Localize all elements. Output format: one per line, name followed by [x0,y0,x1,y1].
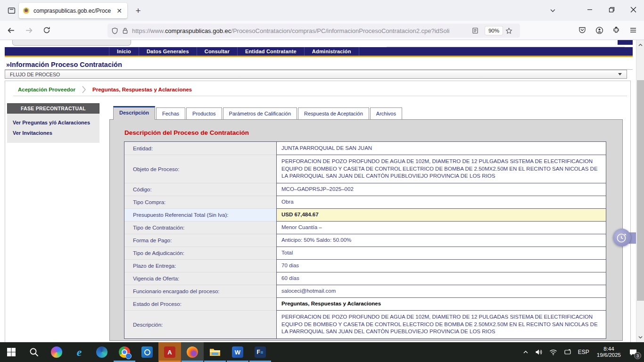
zoom-level-chip[interactable]: 90% [485,26,503,35]
timer-extension-widget[interactable] [613,229,636,247]
field-value: Menor Cuantía – [276,221,606,234]
cast-display-icon[interactable] [561,342,575,362]
table-row: Plazo de Entrega: 70 dias [124,259,606,272]
acrobat-taskbar-icon[interactable]: A [158,342,181,362]
breadcrumb: Aceptación Proveedor Preguntas, Respuest… [18,84,192,95]
window-controls [579,0,644,19]
tab-descripción[interactable]: Descripción [113,106,155,120]
pocket-icon[interactable] [575,23,589,37]
nav-item-inicio[interactable]: Inicio [109,47,139,56]
lock-icon[interactable] [122,27,128,34]
tray-time: 8:44 [597,346,621,352]
chrome-taskbar-icon[interactable]: 👤 [113,342,136,362]
firefox-taskbar-icon[interactable] [181,342,204,362]
tab-archivos[interactable]: Archivos [370,107,402,120]
table-row: Objeto de Proceso: PERFORACION DE POZO P… [124,155,606,183]
page-scrollbar[interactable] [636,40,644,342]
field-value: USD 67,484.67 [276,208,606,221]
field-label: Entidad: [124,142,276,155]
search-taskbar-icon[interactable] [23,342,45,362]
tab-parámetros-de-calificación[interactable]: Parámetros de Calificación [223,107,297,120]
browser-tab[interactable]: compraspublicas.gob.ec/Proce ✕ [19,3,127,18]
tab-close-icon[interactable]: ✕ [115,7,124,15]
tab-respuesta-de-aceptación[interactable]: Respuesta de Aceptación [298,107,369,120]
edge-taskbar-icon[interactable] [91,342,113,362]
tab-productos[interactable]: Productos [186,107,222,120]
language-indicator[interactable]: ESP [575,342,593,362]
firefox-view-icon[interactable] [4,3,18,17]
account-icon[interactable] [592,23,606,37]
new-tab-button[interactable]: + [132,5,144,17]
bookmark-star-icon[interactable] [505,27,512,34]
file-explorer-taskbar-icon[interactable] [204,342,226,362]
nav-item-entidad-contratante[interactable]: Entidad Contratante [238,47,305,56]
restore-button[interactable] [601,0,622,19]
list-all-tabs-icon[interactable] [546,4,559,17]
page-title: »Información Proceso Contratación [6,61,122,68]
flujo-de-proceso-select[interactable]: FLUJO DE PROCESO [5,70,627,79]
table-row: Presupuesto Referencial Total (Sin Iva):… [124,208,606,221]
reader-mode-icon[interactable] [472,27,479,34]
field-value: Anticipo: 50% Saldo: 50.00% [276,234,606,247]
tray-clock[interactable]: 8:44 19/6/2025 [593,342,625,362]
copilot-taskbar-icon[interactable] [45,342,68,362]
sidebar-item[interactable]: Ver Preguntas y/ó Aclaraciones [7,117,99,128]
outlook-taskbar-icon[interactable] [136,342,158,362]
address-bar[interactable]: https://www.compraspublicas.gob.ec/Proce… [107,24,520,38]
f-app-taskbar-icon[interactable]: F≡ [249,342,272,362]
clock-flame-icon[interactable] [613,229,631,247]
windows-taskbar: e👤AWF≡ ESP 8:44 19/6/2025 3 [0,342,644,362]
volume-icon[interactable] [532,342,546,362]
field-label: Objeto de Proceso: [124,155,276,183]
start-taskbar-icon[interactable] [0,342,23,362]
menu-hamburger-icon[interactable] [626,23,640,37]
field-label: Código: [124,183,276,196]
notification-badge: 3 [634,352,641,359]
field-label: Funcionario encargado del proceso: [124,285,276,297]
notification-center-icon[interactable]: 3 [625,342,644,362]
field-value: saloceci@hotmail.com [276,285,606,297]
field-value: PERFORACION DE POZO PROFUNDO DE AGUA DE … [276,310,606,338]
field-label: Vigencia de Oferta: [124,272,276,285]
browser-tabstrip: compraspublicas.gob.ec/Proce ✕ + [0,0,644,21]
sidebar-item[interactable]: Ver Invitaciones [7,128,99,138]
tray-chevron-up-icon[interactable] [520,342,532,362]
sidebar-header: FASE PRECONTRACTUAL [7,103,99,114]
close-window-button[interactable] [622,0,644,19]
word-taskbar-icon[interactable]: W [226,342,249,362]
breadcrumb-step-aceptacion[interactable]: Aceptación Proveedor [18,87,75,92]
forward-icon[interactable] [22,23,36,37]
scroll-down-icon[interactable] [636,333,644,341]
table-row: Tipo de Adjudicación: Total [124,247,606,259]
field-value: 60 días [276,272,606,285]
field-value: PERFORACION DE POZO PROFUNDO DE AGUA DE … [276,155,606,183]
nav-item-administración[interactable]: Administración [305,47,359,56]
field-value: JUNTA PARROQUIAL DE SAN JUAN [276,142,606,155]
breadcrumb-divider [13,96,627,96]
nav-item-consultar[interactable]: Consultar [197,47,238,56]
internet-explorer-taskbar-icon[interactable]: e [68,342,91,362]
extensions-puzzle-icon[interactable] [609,23,623,37]
nav-item-datos-generales[interactable]: Datos Generales [139,47,197,56]
process-tabs: DescripciónFechasProductosParámetros de … [113,106,403,120]
scrollbar-thumb[interactable] [637,80,644,301]
field-value: Total [276,247,606,259]
table-row: Estado del Proceso: Preguntas, Respuesta… [124,297,606,310]
select-arrow-icon [618,73,622,75]
site-favicon [23,7,30,14]
tab-fechas[interactable]: Fechas [156,107,185,120]
field-label: Plazo de Entrega: [124,259,276,272]
reload-icon[interactable] [40,23,54,37]
table-row: Tipo Compra: Obra [124,196,606,208]
minimize-button[interactable] [579,0,601,19]
back-icon[interactable] [4,23,18,37]
wifi-icon[interactable] [546,342,561,362]
process-detail-table: Entidad: JUNTA PARROQUIAL DE SAN JUAN Ob… [124,141,606,339]
tracking-shield-icon[interactable] [111,27,118,34]
scroll-up-icon[interactable] [636,41,644,49]
tab-title: compraspublicas.gob.ec/Proce [33,8,115,14]
web-page: InicioDatos GeneralesConsultarEntidad Co… [0,40,636,342]
table-row: Entidad: JUNTA PARROQUIAL DE SAN JUAN [124,142,606,155]
field-label: Estado del Proceso: [124,297,276,310]
field-value: Preguntas, Respuestas y Aclaraciones [276,297,606,310]
